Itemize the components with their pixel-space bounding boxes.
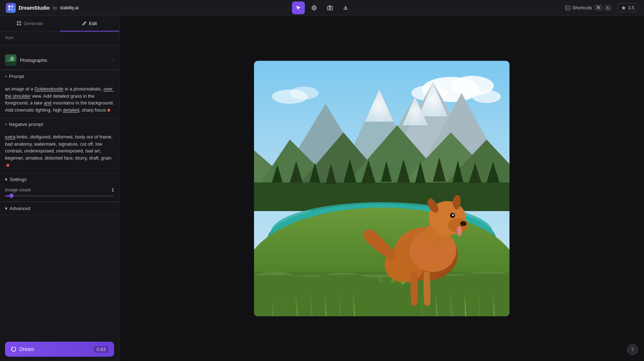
by-text: by	[53, 5, 57, 10]
tab-edit[interactable]: Edit	[60, 16, 119, 31]
main-layout: Generate Edit Style	[0, 16, 644, 361]
tab-bar: Generate Edit	[0, 16, 119, 32]
style-row[interactable]: Style	[0, 32, 119, 46]
negative-prompt-text[interactable]: extra limbs, disfigured, deformed, body …	[5, 133, 114, 169]
dream-button-label: Dream	[19, 346, 34, 352]
negative-prompt-red-dot	[6, 164, 9, 167]
settings-label: Settings	[10, 177, 26, 182]
mask-tool-button[interactable]	[308, 1, 321, 14]
main-content	[119, 16, 644, 361]
kbd2: K	[605, 5, 611, 11]
settings-section: ▾ Settings Image count 1	[0, 173, 119, 202]
dream-button-cost: 0.83	[94, 346, 108, 353]
svg-rect-16	[5, 62, 16, 66]
image-count-label: Image count	[5, 187, 31, 192]
tab-generate-label: Generate	[24, 21, 43, 26]
dream-btn-left: Dream	[11, 346, 34, 352]
svg-rect-10	[19, 21, 21, 23]
tab-edit-label: Edit	[89, 21, 97, 26]
svg-rect-12	[19, 24, 21, 25]
settings-chevron-icon: ▾	[5, 177, 8, 182]
image-count-value: 1	[112, 187, 114, 192]
style-label: Photographic	[20, 58, 48, 63]
prompt-section-label: Prompt	[9, 74, 24, 79]
negative-prompt-section-header[interactable]: ▾ Negative prompt	[0, 118, 119, 131]
negative-prompt-label: Negative prompt	[9, 122, 43, 127]
prompt-text[interactable]: an image of a Goldendoodle in a photorea…	[5, 86, 114, 113]
svg-rect-8	[566, 6, 570, 10]
download-tool-button[interactable]	[339, 1, 352, 14]
brand-name: stability.ai	[60, 5, 79, 10]
dream-button[interactable]: Dream 0.83	[5, 342, 114, 357]
advanced-section: ▾ Advanced	[0, 202, 119, 215]
style-label-top: Style	[5, 35, 14, 40]
advanced-label: Advanced	[10, 206, 30, 211]
slider-thumb[interactable]	[9, 194, 14, 198]
prompt-goldendoodle: Goldendoodle	[34, 86, 63, 92]
advanced-chevron-icon: ▾	[5, 206, 8, 211]
tab-generate[interactable]: Generate	[0, 16, 60, 31]
prompt-and: and	[44, 100, 52, 106]
settings-header[interactable]: ▾ Settings	[5, 177, 114, 182]
svg-rect-3	[11, 8, 13, 10]
prompt-red-dot	[107, 109, 110, 112]
svg-rect-1	[11, 5, 13, 8]
camera-tool-button[interactable]	[323, 1, 336, 14]
svg-point-7	[329, 7, 331, 9]
image-count-row: Image count 1	[5, 187, 114, 192]
prompt-chevron-icon: ▾	[5, 74, 7, 78]
svg-rect-9	[17, 21, 19, 23]
style-row-left: Photographic	[5, 54, 48, 66]
svg-point-24	[290, 87, 318, 99]
select-tool-button[interactable]	[292, 1, 305, 14]
help-label: ?	[631, 347, 634, 352]
prompt-detailed: detailed	[63, 107, 79, 113]
shortcuts-button[interactable]: Shortcuts ⌘ K	[565, 5, 611, 11]
image-count-slider[interactable]	[5, 195, 114, 196]
shortcuts-label: Shortcuts	[572, 5, 592, 10]
credits-button[interactable]: 3.5	[617, 3, 638, 12]
generated-image-container	[254, 61, 509, 316]
svg-rect-6	[327, 6, 332, 10]
prompt-area[interactable]: an image of a Goldendoodle in a photorea…	[0, 83, 119, 118]
topnav: DreamStudio by stability.ai	[0, 0, 644, 16]
sidebar: Generate Edit Style	[0, 16, 119, 361]
app-name: DreamStudio	[19, 5, 50, 11]
tool-bar	[292, 1, 352, 14]
style-selector[interactable]: Photographic ›	[0, 46, 119, 70]
svg-point-4	[312, 6, 316, 10]
svg-rect-2	[8, 8, 10, 10]
credits-value: 3.5	[628, 5, 634, 10]
negative-prompt-area[interactable]: extra limbs, disfigured, deformed, body …	[0, 131, 119, 173]
svg-rect-11	[17, 24, 19, 25]
kbd1: ⌘	[594, 5, 602, 11]
svg-point-22	[472, 90, 501, 103]
svg-point-62	[460, 221, 467, 226]
svg-rect-0	[8, 5, 10, 8]
prompt-section-header[interactable]: ▾ Prompt	[0, 70, 119, 83]
topnav-right: Shortcuts ⌘ K 3.5	[565, 3, 638, 12]
svg-point-64	[452, 214, 454, 216]
logo: DreamStudio by stability.ai	[6, 3, 79, 13]
help-button[interactable]: ?	[627, 344, 638, 355]
style-chevron-icon: ›	[112, 57, 114, 63]
advanced-header[interactable]: ▾ Advanced	[5, 206, 114, 211]
logo-icon	[6, 3, 16, 13]
style-thumbnail	[5, 54, 16, 66]
svg-point-5	[313, 7, 315, 9]
negative-prompt-chevron-icon: ▾	[5, 122, 7, 126]
dream-btn-wrap: Dream 0.83	[0, 337, 119, 361]
svg-point-15	[10, 57, 14, 61]
